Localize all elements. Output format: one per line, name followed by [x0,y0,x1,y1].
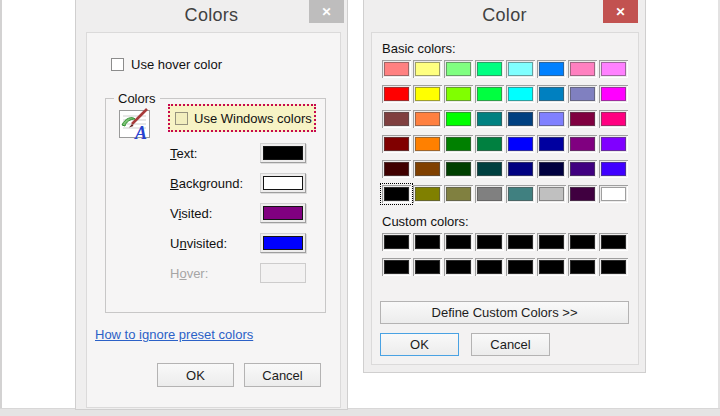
basic-color-swatch-24[interactable] [382,135,411,153]
basic-color-swatch-15[interactable] [599,85,628,103]
custom-color-swatch-fill [570,260,595,274]
basic-color-swatch-1[interactable] [413,60,442,78]
custom-color-swatch-fill [477,260,502,274]
use-windows-colors-checkbox[interactable] [175,112,188,125]
text-color-button[interactable] [260,143,306,163]
basic-color-swatch-18[interactable] [444,110,473,128]
svg-text:A: A [134,123,147,143]
basic-color-swatch-fill [384,162,409,176]
picker-cancel-button[interactable]: Cancel [471,333,550,356]
custom-color-swatch-10[interactable] [444,258,473,276]
basic-color-swatch-33[interactable] [413,160,442,178]
basic-color-swatch-20[interactable] [506,110,535,128]
basic-color-swatch-9[interactable] [413,85,442,103]
basic-color-swatch-42[interactable] [444,185,473,203]
custom-color-swatch-0[interactable] [382,233,411,251]
basic-color-swatch-46[interactable] [568,185,597,203]
basic-color-swatch-26[interactable] [444,135,473,153]
custom-color-swatch-3[interactable] [475,233,504,251]
basic-color-swatch-6[interactable] [568,60,597,78]
custom-color-swatch-11[interactable] [475,258,504,276]
custom-color-swatch-fill [384,235,409,249]
basic-color-swatch-43[interactable] [475,185,504,203]
basic-color-swatch-8[interactable] [382,85,411,103]
custom-color-swatch-fill [570,235,595,249]
picker-ok-button[interactable]: OK [380,333,459,356]
basic-color-swatch-fill [415,137,440,151]
visited-color-button[interactable] [260,203,306,223]
basic-color-swatch-31[interactable] [599,135,628,153]
basic-color-swatch-45[interactable] [537,185,566,203]
picker-ok-label: OK [410,337,429,352]
basic-color-swatch-10[interactable] [444,85,473,103]
basic-color-swatch-41[interactable] [413,185,442,203]
custom-color-swatch-15[interactable] [599,258,628,276]
basic-color-swatch-7[interactable] [599,60,628,78]
basic-color-swatch-fill [570,62,595,76]
basic-color-swatch-5[interactable] [537,60,566,78]
basic-color-swatch-fill [601,162,626,176]
basic-color-swatch-13[interactable] [537,85,566,103]
basic-color-swatch-25[interactable] [413,135,442,153]
basic-color-swatch-44[interactable] [506,185,535,203]
close-icon[interactable]: ✕ [603,0,638,23]
custom-color-swatch-8[interactable] [382,258,411,276]
ignore-preset-colors-link[interactable]: How to ignore preset colors [95,327,253,342]
colors-groupbox: Colors A [105,98,326,313]
basic-color-swatch-19[interactable] [475,110,504,128]
basic-color-swatch-34[interactable] [444,160,473,178]
basic-color-swatch-fill [508,62,533,76]
basic-color-swatch-fill [415,112,440,126]
custom-color-swatch-14[interactable] [568,258,597,276]
use-hover-color-checkbox[interactable] [111,58,124,71]
basic-color-swatch-47[interactable] [599,185,628,203]
close-icon[interactable]: ✕ [309,0,344,23]
basic-color-swatch-11[interactable] [475,85,504,103]
basic-color-swatch-16[interactable] [382,110,411,128]
basic-color-swatch-fill [601,187,626,201]
define-custom-colors-button[interactable]: Define Custom Colors >> [380,301,629,324]
basic-color-swatch-fill [477,87,502,101]
custom-color-swatch-12[interactable] [506,258,535,276]
basic-color-swatch-32[interactable] [382,160,411,178]
basic-color-swatch-38[interactable] [568,160,597,178]
basic-color-swatch-22[interactable] [568,110,597,128]
basic-color-swatch-23[interactable] [599,110,628,128]
basic-color-swatch-fill [601,112,626,126]
basic-color-swatch-fill [446,87,471,101]
basic-color-swatch-40[interactable] [382,185,411,203]
basic-color-swatch-39[interactable] [599,160,628,178]
basic-colors-grid [382,60,628,203]
basic-color-swatch-37[interactable] [537,160,566,178]
use-windows-colors-highlight[interactable]: Use Windows colors [168,104,316,132]
custom-color-swatch-7[interactable] [599,233,628,251]
basic-color-swatch-35[interactable] [475,160,504,178]
custom-color-swatch-fill [601,235,626,249]
use-hover-color-checkbox-row[interactable]: Use hover color [111,57,222,72]
basic-color-swatch-29[interactable] [537,135,566,153]
basic-color-swatch-17[interactable] [413,110,442,128]
custom-color-swatch-13[interactable] [537,258,566,276]
hover-color-row: Hover: [170,263,306,283]
custom-color-swatch-1[interactable] [413,233,442,251]
basic-color-swatch-30[interactable] [568,135,597,153]
custom-color-swatch-6[interactable] [568,233,597,251]
custom-color-swatch-9[interactable] [413,258,442,276]
background-color-button[interactable] [260,173,306,193]
basic-color-swatch-27[interactable] [475,135,504,153]
basic-color-swatch-21[interactable] [537,110,566,128]
basic-color-swatch-12[interactable] [506,85,535,103]
basic-color-swatch-0[interactable] [382,60,411,78]
basic-color-swatch-2[interactable] [444,60,473,78]
custom-color-swatch-2[interactable] [444,233,473,251]
unvisited-color-button[interactable] [260,233,306,253]
basic-color-swatch-4[interactable] [506,60,535,78]
basic-color-swatch-3[interactable] [475,60,504,78]
basic-color-swatch-28[interactable] [506,135,535,153]
basic-color-swatch-36[interactable] [506,160,535,178]
basic-color-swatch-14[interactable] [568,85,597,103]
colors-ok-button[interactable]: OK [157,363,234,387]
custom-color-swatch-5[interactable] [537,233,566,251]
colors-cancel-button[interactable]: Cancel [244,363,321,387]
custom-color-swatch-4[interactable] [506,233,535,251]
